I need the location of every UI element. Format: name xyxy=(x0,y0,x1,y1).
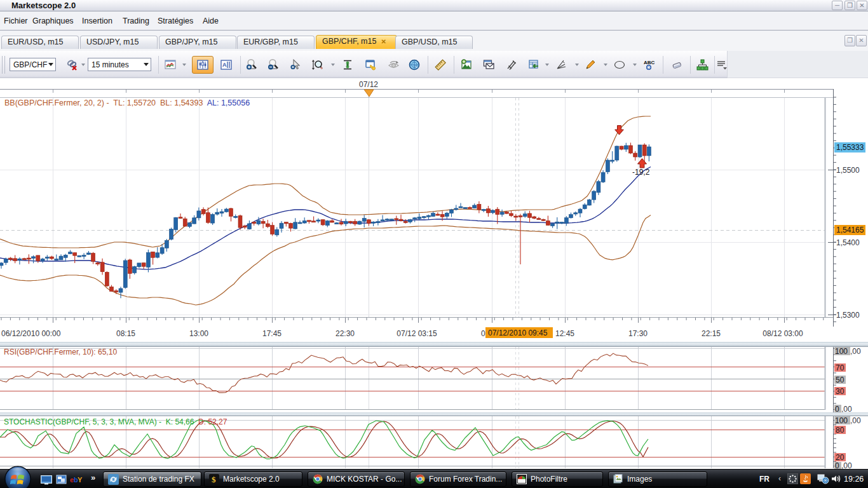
svg-text:17:45: 17:45 xyxy=(262,329,281,338)
svg-text:1,55333: 1,55333 xyxy=(836,143,864,152)
svg-text:Y: Y xyxy=(78,476,83,484)
svg-text:1,5300: 1,5300 xyxy=(836,311,860,320)
svg-text:06/12/2010 00:00: 06/12/2010 00:00 xyxy=(1,329,61,338)
svg-text:-19,2: -19,2 xyxy=(632,168,650,177)
svg-text:13:00: 13:00 xyxy=(189,329,208,338)
svg-text:1,5400: 1,5400 xyxy=(836,238,860,247)
svg-text:80: 80 xyxy=(836,426,844,435)
svg-text:0: 0 xyxy=(481,329,485,338)
svg-text:$: $ xyxy=(212,475,216,484)
svg-text:08:15: 08:15 xyxy=(116,329,135,338)
svg-text:1,54165: 1,54165 xyxy=(836,226,864,234)
svg-text:50: 50 xyxy=(836,376,844,384)
svg-text:07/12/2010 09:45: 07/12/2010 09:45 xyxy=(488,329,548,337)
svg-text:12:45: 12:45 xyxy=(555,329,574,338)
svg-text:0: 0 xyxy=(835,461,839,469)
svg-text:20: 20 xyxy=(836,453,844,462)
svg-text:,00: ,00 xyxy=(850,416,861,425)
svg-text:,00: ,00 xyxy=(850,347,861,356)
svg-text:1,5500: 1,5500 xyxy=(836,166,860,175)
svg-text:22:30: 22:30 xyxy=(336,329,355,338)
svg-text:17:30: 17:30 xyxy=(628,329,648,338)
svg-text:07/12 03:15: 07/12 03:15 xyxy=(397,329,437,338)
svg-text:ABC: ABC xyxy=(644,60,655,65)
svg-text:STOCHASTIC(GBP/CHF, 5, 3, 3, M: STOCHASTIC(GBP/CHF, 5, 3, 3, MVA, MVA) -… xyxy=(4,417,227,426)
svg-text:07/12: 07/12 xyxy=(359,80,378,89)
svg-text:08/12 03:00: 08/12 03:00 xyxy=(763,329,803,338)
svg-text:100: 100 xyxy=(835,416,848,425)
svg-text:RSI(GBP/CHF.Fermer, 10): 65,10: RSI(GBP/CHF.Fermer, 10): 65,10 xyxy=(4,348,117,356)
svg-text:30: 30 xyxy=(836,387,844,396)
svg-text:A: A xyxy=(222,62,227,68)
svg-text:,00: ,00 xyxy=(841,461,852,469)
svg-text:BB(GBP/CHF.Fermer, 20, 2) - T: BB(GBP/CHF.Fermer, 20, 2) - TL: 1,55720 … xyxy=(4,98,250,107)
svg-text:22:15: 22:15 xyxy=(702,329,721,338)
svg-text:70: 70 xyxy=(836,363,844,372)
svg-text:100: 100 xyxy=(835,347,848,356)
